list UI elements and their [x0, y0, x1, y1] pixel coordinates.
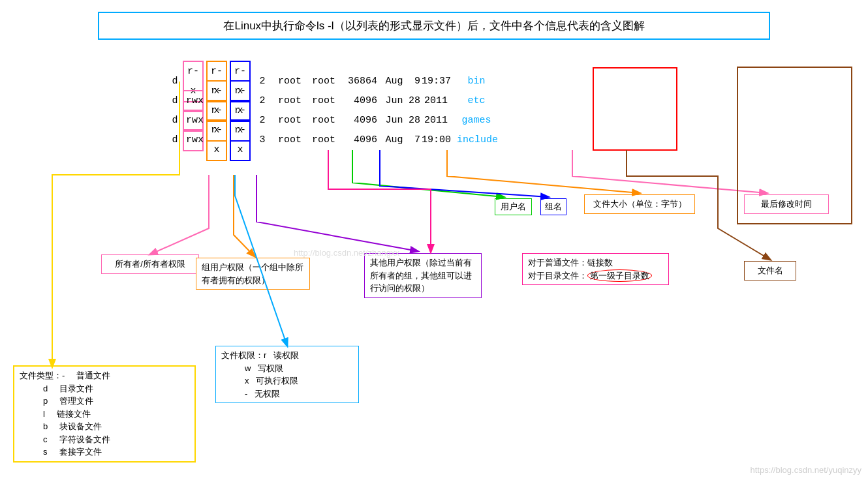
perm3-col: r-x	[230, 119, 251, 161]
time-col: 2011	[422, 111, 450, 130]
links-label: 对于普通文件：链接数 对于目录文件：第一级子目录数	[522, 253, 669, 285]
perm1-col: rwx	[183, 90, 204, 112]
links-col: 2	[256, 111, 269, 130]
time-col: 19:37	[422, 72, 450, 91]
watermark-top: http://blog.csdn.net/zhangxx	[294, 248, 399, 258]
perm1-col: rwx	[183, 129, 204, 151]
user-col: root	[277, 111, 303, 130]
filesize-label: 文件大小（单位：字节）	[584, 194, 695, 214]
file-row: d rwx r-x r-x 3 root root 4096 Aug 7 19:…	[170, 130, 496, 150]
group-col: root	[311, 91, 337, 111]
page-title: 在Linux中执行命令ls -l（以列表的形式显示文件）后，文件中各个信息代表的…	[98, 12, 770, 40]
links-col: 3	[256, 130, 269, 150]
group-perm-label: 组用户权限（一个组中除所有者拥有的权限）	[196, 258, 310, 290]
size-col: 36864	[345, 72, 377, 91]
time-col: 19:00	[422, 130, 450, 150]
file-type-label: 文件类型：- 普通文件 d 目录文件 p 管理文件 l 链接文件 b 块设备文件…	[13, 365, 196, 463]
group-col: root	[311, 111, 337, 130]
file-type-col: d	[170, 91, 180, 111]
day-col: 28	[409, 91, 418, 111]
groupname-label: 组名	[540, 198, 566, 215]
size-col: 4096	[345, 111, 377, 130]
day-col: 28	[409, 111, 418, 130]
perm1-col: rwx	[183, 110, 204, 132]
file-type-col: d	[170, 72, 180, 91]
name-col: bin	[457, 72, 496, 91]
size-col: 4096	[345, 130, 377, 150]
filename-label: 文件名	[744, 261, 796, 281]
user-col: root	[277, 91, 303, 111]
name-col: games	[457, 111, 496, 130]
size-col: 4096	[345, 91, 377, 111]
name-col: etc	[457, 91, 496, 111]
month-col: Aug	[384, 72, 405, 91]
username-label: 用户名	[495, 198, 532, 215]
links-col: 2	[256, 72, 269, 91]
name-col: include	[457, 130, 496, 150]
file-listing: d r-x r-x r-x 2 root root 36864 Aug 9 19…	[170, 72, 496, 150]
month-col: Aug	[384, 130, 405, 150]
user-col: root	[277, 130, 303, 150]
group-col: root	[311, 72, 337, 91]
month-col: Jun	[384, 91, 405, 111]
day-col: 9	[409, 72, 418, 91]
file-perm-label: 文件权限：r 读权限 w 写权限 x 可执行权限 - 无权限	[215, 346, 359, 403]
watermark-bottom: https://blog.csdn.net/yuqinzyy	[750, 465, 861, 475]
filename-highlight-box	[593, 67, 677, 151]
month-col: Jun	[384, 111, 405, 130]
modtime-label: 最后修改时间	[744, 194, 829, 214]
user-col: root	[277, 72, 303, 91]
time-col: 2011	[422, 91, 450, 111]
owner-label: 所有者/所有者权限	[101, 254, 199, 274]
day-col: 7	[409, 130, 418, 150]
others-label: 其他用户权限（除过当前有所有者的组，其他组可以进行访问的权限）	[364, 253, 482, 298]
perm2-col: r-x	[206, 119, 227, 161]
group-col: root	[311, 130, 337, 150]
file-type-col: d	[170, 111, 180, 130]
links-col: 2	[256, 91, 269, 111]
file-type-col: d	[170, 130, 180, 150]
